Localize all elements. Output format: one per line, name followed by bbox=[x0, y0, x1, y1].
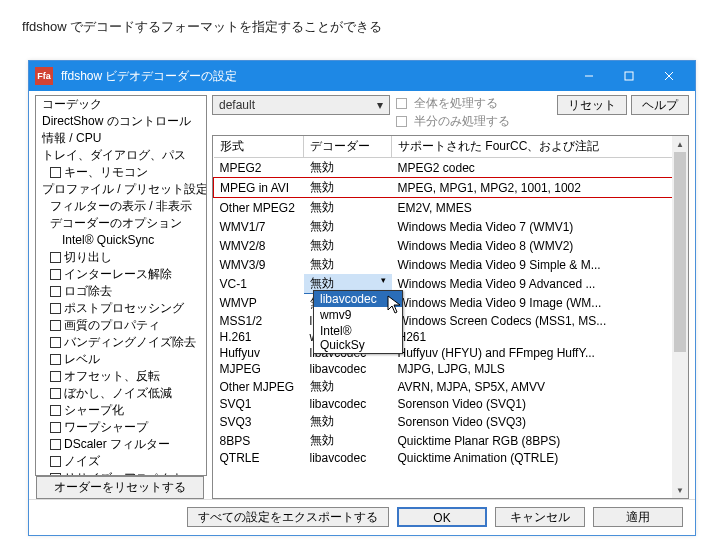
cell-format[interactable]: Other MPEG2 bbox=[214, 198, 304, 218]
cell-decoder[interactable]: 無効 bbox=[304, 431, 392, 450]
titlebar[interactable]: Ffa ffdshow ビデオデコーダーの設定 bbox=[29, 61, 695, 91]
tree-profile[interactable]: プロファイル / プリセット設定 bbox=[36, 181, 206, 198]
tree-logo[interactable]: ロゴ除去 bbox=[36, 283, 206, 300]
tree-deinterlace[interactable]: インターレース解除 bbox=[36, 266, 206, 283]
table-row[interactable]: WMV1/7無効Windows Media Video 7 (WMV1) bbox=[214, 217, 688, 236]
cell-decoder[interactable]: libavcodec bbox=[304, 450, 392, 466]
help-button[interactable]: ヘルプ bbox=[631, 95, 689, 115]
tree-cutout[interactable]: 切り出し bbox=[36, 249, 206, 266]
table-row[interactable]: Other MJPEG無効AVRN, MJPA, SP5X, AMVV bbox=[214, 377, 688, 396]
cell-format[interactable]: MPEG in AVI bbox=[214, 178, 304, 198]
tree-sharp[interactable]: シャープ化 bbox=[36, 402, 206, 419]
table-row[interactable]: Other MPEG2無効EM2V, MMES bbox=[214, 198, 688, 218]
tree-key-remote[interactable]: キー、リモコン bbox=[36, 164, 206, 181]
header-note[interactable]: サポートされた FourCC、および注記 bbox=[392, 136, 688, 158]
cell-decoder[interactable]: 無効 bbox=[304, 198, 392, 218]
table-row[interactable]: MPEG in AVI無効MPEG, MPG1, MPG2, 1001, 100… bbox=[214, 178, 688, 198]
cell-format[interactable]: WMV1/7 bbox=[214, 217, 304, 236]
table-row[interactable]: WMVP無効Windows Media Video 9 Image (WM... bbox=[214, 294, 688, 314]
table-row[interactable]: QTRLElibavcodecQuicktime Animation (QTRL… bbox=[214, 450, 688, 466]
reset-button[interactable]: リセット bbox=[557, 95, 627, 115]
tree-offset[interactable]: オフセット、反転 bbox=[36, 368, 206, 385]
tree-info-cpu[interactable]: 情報 / CPU bbox=[36, 130, 206, 147]
cell-format[interactable]: Other MJPEG bbox=[214, 377, 304, 396]
cell-format[interactable]: MJPEG bbox=[214, 361, 304, 377]
table-row[interactable]: MPEG2無効MPEG2 codec bbox=[214, 158, 688, 178]
tree-dscaler[interactable]: DScaler フィルター bbox=[36, 436, 206, 453]
category-tree[interactable]: コーデック DirectShow のコントロール 情報 / CPU トレイ、ダイ… bbox=[35, 95, 207, 476]
checkbox-icon[interactable] bbox=[50, 320, 61, 331]
checkbox-icon[interactable] bbox=[50, 303, 61, 314]
cell-format[interactable]: WMVP bbox=[214, 294, 304, 314]
cell-format[interactable]: MSS1/2 bbox=[214, 313, 304, 329]
table-row[interactable]: H.261wmv9H261 bbox=[214, 329, 688, 345]
cell-decoder[interactable]: 無効 bbox=[304, 377, 392, 396]
tree-directshow[interactable]: DirectShow のコントロール bbox=[36, 113, 206, 130]
header-decoder[interactable]: デコーダー bbox=[304, 136, 392, 158]
cell-format[interactable]: Huffyuv bbox=[214, 345, 304, 361]
scroll-up-icon[interactable]: ▲ bbox=[672, 136, 688, 152]
cell-format[interactable]: SVQ3 bbox=[214, 412, 304, 431]
checkbox-icon[interactable] bbox=[50, 405, 61, 416]
reset-order-button[interactable]: オーダーをリセットする bbox=[36, 476, 204, 499]
tree-postproc[interactable]: ポストプロセッシング bbox=[36, 300, 206, 317]
cell-format[interactable]: QTRLE bbox=[214, 450, 304, 466]
cell-format[interactable]: WMV3/9 bbox=[214, 255, 304, 274]
ok-button[interactable]: OK bbox=[397, 507, 487, 527]
preset-select[interactable]: default ▾ bbox=[212, 95, 390, 115]
minimize-button[interactable] bbox=[569, 62, 609, 90]
checkbox-icon[interactable] bbox=[50, 439, 61, 450]
dropdown-item[interactable]: Intel® QuickSy bbox=[314, 323, 402, 353]
cell-decoder[interactable]: 無効 bbox=[304, 255, 392, 274]
checkbox-icon[interactable] bbox=[50, 252, 61, 263]
tree-codecs[interactable]: コーデック bbox=[36, 96, 206, 113]
tree-warpsharp[interactable]: ワープシャープ bbox=[36, 419, 206, 436]
tree-filter-show[interactable]: フィルターの表示 / 非表示 bbox=[36, 198, 206, 215]
apply-button[interactable]: 適用 bbox=[593, 507, 683, 527]
table-row[interactable]: HuffyuvlibavcodecHuffyuv (HFYU) and FFmp… bbox=[214, 345, 688, 361]
checkbox-icon[interactable] bbox=[50, 422, 61, 433]
checkbox-icon[interactable] bbox=[50, 269, 61, 280]
cell-decoder[interactable]: 無効 bbox=[304, 236, 392, 255]
cell-format[interactable]: VC-1 bbox=[214, 274, 304, 294]
table-row[interactable]: MJPEGlibavcodecMJPG, LJPG, MJLS bbox=[214, 361, 688, 377]
cell-format[interactable]: SVQ1 bbox=[214, 396, 304, 412]
cell-format[interactable]: H.261 bbox=[214, 329, 304, 345]
cell-format[interactable]: 8BPS bbox=[214, 431, 304, 450]
tree-noise[interactable]: ノイズ bbox=[36, 453, 206, 470]
table-row[interactable]: WMV3/9無効Windows Media Video 9 Simple & M… bbox=[214, 255, 688, 274]
cell-format[interactable]: WMV2/8 bbox=[214, 236, 304, 255]
table-row[interactable]: WMV2/8無効Windows Media Video 8 (WMV2) bbox=[214, 236, 688, 255]
tree-picprop[interactable]: 画質のプロパティ bbox=[36, 317, 206, 334]
checkbox-icon[interactable] bbox=[50, 456, 61, 467]
tree-blur[interactable]: ぼかし、ノイズ低減 bbox=[36, 385, 206, 402]
tree-tray[interactable]: トレイ、ダイアログ、パス bbox=[36, 147, 206, 164]
cell-decoder[interactable]: 無効 bbox=[304, 217, 392, 236]
tree-banding[interactable]: バンディングノイズ除去 bbox=[36, 334, 206, 351]
cell-decoder[interactable]: 無効 bbox=[304, 412, 392, 431]
checkbox-icon[interactable] bbox=[50, 388, 61, 399]
tree-intel-qs[interactable]: Intel® QuickSync bbox=[36, 232, 206, 249]
cell-decoder[interactable]: libavcodec bbox=[304, 361, 392, 377]
process-half-checkbox[interactable]: 半分のみ処理する bbox=[396, 113, 510, 130]
table-row[interactable]: SVQ1libavcodecSorenson Video (SVQ1) bbox=[214, 396, 688, 412]
export-button[interactable]: すべての設定をエクスポートする bbox=[187, 507, 389, 527]
scrollbar-thumb[interactable] bbox=[674, 152, 686, 352]
tree-level[interactable]: レベル bbox=[36, 351, 206, 368]
header-format[interactable]: 形式 bbox=[214, 136, 304, 158]
table-row[interactable]: MSS1/2libavcodecWindows Screen Codecs (M… bbox=[214, 313, 688, 329]
tree-decoder-opt[interactable]: デコーダーのオプション bbox=[36, 215, 206, 232]
cell-decoder[interactable]: 無効 bbox=[304, 158, 392, 178]
table-row[interactable]: SVQ3無効Sorenson Video (SVQ3) bbox=[214, 412, 688, 431]
scroll-down-icon[interactable]: ▼ bbox=[672, 482, 688, 498]
checkbox-icon[interactable] bbox=[50, 286, 61, 297]
vertical-scrollbar[interactable]: ▲ ▼ bbox=[672, 136, 688, 498]
cancel-button[interactable]: キャンセル bbox=[495, 507, 585, 527]
checkbox-icon[interactable] bbox=[50, 371, 61, 382]
maximize-button[interactable] bbox=[609, 62, 649, 90]
checkbox-icon[interactable] bbox=[50, 354, 61, 365]
cell-decoder[interactable]: libavcodec bbox=[304, 396, 392, 412]
checkbox-icon[interactable] bbox=[50, 337, 61, 348]
cell-decoder[interactable]: 無効 bbox=[304, 178, 392, 198]
table-row[interactable]: VC-1無効Windows Media Video 9 Advanced ... bbox=[214, 274, 688, 294]
